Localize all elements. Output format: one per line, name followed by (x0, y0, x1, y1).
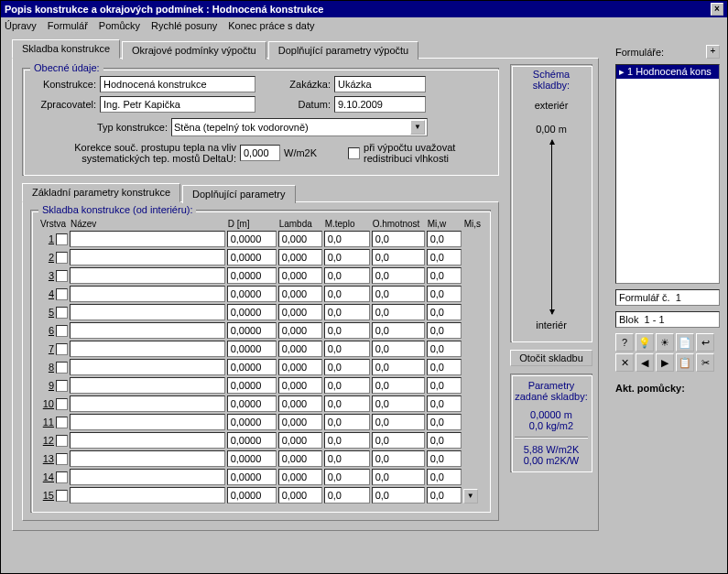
cell-d[interactable] (227, 231, 277, 247)
row-number[interactable]: 12 (38, 431, 55, 449)
cell-nazev[interactable] (70, 286, 225, 302)
cell-miw[interactable] (427, 395, 462, 412)
cell-d[interactable] (227, 432, 277, 449)
cell-d[interactable] (227, 450, 277, 467)
row-number[interactable]: 4 (38, 285, 55, 303)
cell-d[interactable] (227, 267, 277, 284)
cell-ohmotnost[interactable] (372, 469, 425, 485)
cell-mteplo[interactable] (324, 414, 370, 430)
row-number[interactable]: 7 (38, 340, 55, 358)
cell-ohmotnost[interactable] (372, 322, 425, 339)
cell-mteplo[interactable] (324, 231, 370, 247)
row-checkbox[interactable] (56, 270, 68, 282)
cell-ohmotnost[interactable] (372, 450, 425, 467)
cell-lambda[interactable] (278, 249, 322, 265)
row-checkbox[interactable] (56, 435, 68, 447)
cell-lambda[interactable] (278, 450, 322, 467)
formulare-expand-button[interactable]: + (706, 45, 720, 59)
row-number[interactable]: 13 (38, 449, 55, 468)
cell-nazev[interactable] (70, 359, 225, 375)
tool-button-3[interactable]: 📄 (676, 333, 694, 352)
cell-miw[interactable] (427, 377, 462, 394)
cell-miw[interactable] (427, 304, 462, 320)
cell-mteplo[interactable] (324, 487, 370, 504)
row-number[interactable]: 10 (38, 395, 55, 413)
cell-lambda[interactable] (278, 341, 322, 357)
row-checkbox[interactable] (56, 380, 68, 392)
tool-button-0[interactable]: ? (615, 333, 634, 352)
cell-miw[interactable] (427, 450, 462, 467)
cell-miw[interactable] (427, 432, 462, 449)
cell-mteplo[interactable] (324, 304, 370, 320)
row-number[interactable]: 8 (38, 358, 55, 376)
tab-doplnujici[interactable]: Doplňující parametry výpočtu (268, 41, 418, 60)
input-datum[interactable] (334, 96, 426, 113)
tab-okrajove[interactable]: Okrajové podmínky výpočtu (122, 41, 266, 60)
formulare-item[interactable]: ▸ 1 Hodnocená kons (616, 65, 719, 79)
scroll-down-button[interactable]: ▼ (463, 489, 478, 504)
row-checkbox[interactable] (56, 343, 68, 355)
cell-lambda[interactable] (278, 267, 322, 284)
cell-mteplo[interactable] (324, 432, 370, 449)
cell-mteplo[interactable] (324, 377, 370, 394)
cell-nazev[interactable] (70, 377, 225, 394)
row-checkbox[interactable] (56, 471, 68, 483)
cell-ohmotnost[interactable] (372, 414, 425, 430)
cell-lambda[interactable] (278, 304, 322, 320)
cell-d[interactable] (227, 487, 277, 504)
row-number[interactable]: 6 (38, 321, 55, 340)
cell-miw[interactable] (427, 322, 462, 339)
input-korekce[interactable] (240, 145, 280, 161)
cell-d[interactable] (227, 414, 277, 430)
row-number[interactable]: 14 (38, 468, 55, 486)
menu-rychle-posuny[interactable]: Rychlé posuny (151, 20, 217, 31)
input-konstrukce[interactable] (100, 76, 255, 92)
cell-lambda[interactable] (278, 487, 322, 504)
cell-mteplo[interactable] (324, 395, 370, 412)
cell-nazev[interactable] (70, 450, 225, 467)
tab-skladba[interactable]: Skladba konstrukce (12, 39, 120, 59)
tool-button-5[interactable]: ✕ (615, 353, 634, 372)
cell-nazev[interactable] (70, 322, 225, 339)
cell-miw[interactable] (427, 249, 462, 265)
cell-d[interactable] (227, 377, 277, 394)
inner-tab-zakladni[interactable]: Základní parametry konstrukce (22, 183, 180, 202)
cell-miw[interactable] (427, 267, 462, 284)
tool-button-9[interactable]: ✂ (696, 353, 714, 372)
menu-upravy[interactable]: Úpravy (5, 20, 37, 31)
cell-d[interactable] (227, 249, 277, 265)
cell-mteplo[interactable] (324, 469, 370, 485)
cell-ohmotnost[interactable] (372, 231, 425, 247)
menu-formular[interactable]: Formulář (48, 20, 88, 31)
menu-konec[interactable]: Konec práce s daty (228, 20, 314, 31)
row-number[interactable]: 11 (38, 413, 55, 431)
row-number[interactable]: 15 (38, 486, 55, 504)
cell-nazev[interactable] (70, 487, 225, 504)
row-checkbox[interactable] (56, 453, 68, 465)
row-checkbox[interactable] (56, 398, 68, 410)
checkbox-redistrib[interactable] (348, 147, 360, 159)
input-zakazka[interactable] (334, 76, 426, 92)
cell-ohmotnost[interactable] (372, 432, 425, 449)
cell-miw[interactable] (427, 359, 462, 375)
cell-nazev[interactable] (70, 395, 225, 412)
cell-miw[interactable] (427, 487, 462, 504)
btn-otocit[interactable]: Otočit skladbu (510, 350, 592, 366)
cell-ohmotnost[interactable] (372, 286, 425, 302)
cell-mteplo[interactable] (324, 322, 370, 339)
cell-lambda[interactable] (278, 377, 322, 394)
cell-ohmotnost[interactable] (372, 359, 425, 375)
menu-pomucky[interactable]: Pomůcky (99, 20, 140, 31)
cell-d[interactable] (227, 286, 277, 302)
cell-ohmotnost[interactable] (372, 377, 425, 394)
tool-button-4[interactable]: ↩ (696, 333, 714, 352)
row-checkbox[interactable] (56, 362, 68, 374)
cell-mteplo[interactable] (324, 249, 370, 265)
cell-lambda[interactable] (278, 322, 322, 339)
cell-lambda[interactable] (278, 359, 322, 375)
tool-button-8[interactable]: 📋 (676, 353, 694, 372)
cell-d[interactable] (227, 322, 277, 339)
cell-d[interactable] (227, 304, 277, 320)
row-number[interactable]: 5 (38, 303, 55, 321)
cell-ohmotnost[interactable] (372, 267, 425, 284)
